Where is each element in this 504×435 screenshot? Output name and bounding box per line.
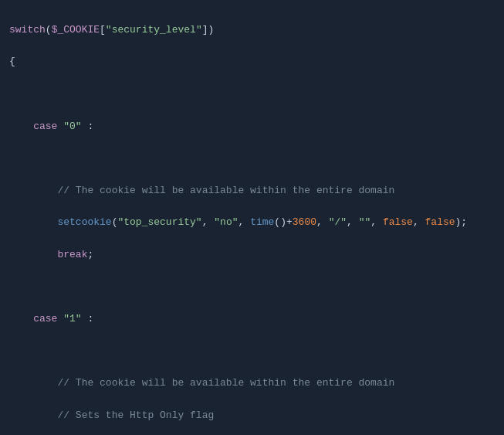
line-5 xyxy=(9,151,495,167)
line-4: case "0" : xyxy=(9,119,495,135)
line-1: switch($_COOKIE["security_level"]) xyxy=(9,22,495,39)
line-2: { xyxy=(9,54,495,70)
line-11 xyxy=(9,344,495,360)
line-8: break; xyxy=(9,247,495,263)
code-block: switch($_COOKIE["security_level"]) { cas… xyxy=(9,6,495,435)
line-13: // Sets the Http Only flag xyxy=(9,408,495,424)
line-3 xyxy=(9,87,495,103)
line-12: // The cookie will be available within t… xyxy=(9,376,495,392)
line-10: case "1" : xyxy=(9,311,495,328)
line-7: setcookie("top_security", "no", time()+3… xyxy=(9,215,495,231)
line-9 xyxy=(9,280,495,296)
line-6: // The cookie will be available within t… xyxy=(9,183,495,199)
